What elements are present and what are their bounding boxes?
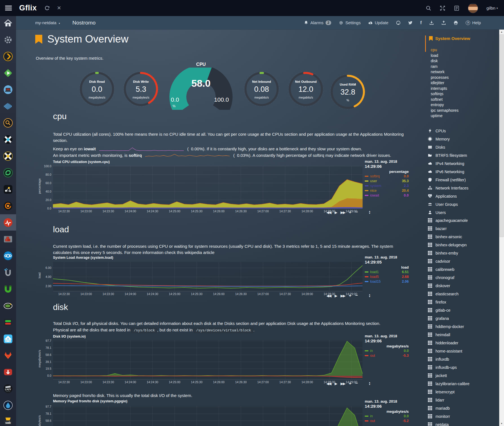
nav-submenu-item[interactable]: network — [431, 69, 459, 75]
page-scrollbar[interactable]: ▲ ▼ — [499, 30, 504, 426]
lazylibrarian-icon[interactable]: LAZYLibrarian — [3, 384, 13, 394]
legend-row[interactable]: in0.0 — [365, 348, 409, 353]
nav-submenu-item[interactable]: disk — [431, 58, 459, 64]
legend-row[interactable]: out-5.3 — [365, 353, 409, 358]
resize-handle[interactable]: ▴▾ — [369, 382, 370, 385]
diskover-search-icon[interactable] — [3, 118, 13, 128]
tautulli-dish-icon[interactable] — [3, 301, 13, 311]
magnet-app-icon[interactable] — [3, 284, 13, 294]
nav-app-item[interactable]: lazylibrarian-calibre — [428, 380, 470, 388]
gauge-cpu[interactable]: CPU 58.0 0.0 100.0 % — [168, 62, 234, 110]
legend-row[interactable]: load152.06 — [365, 279, 409, 284]
nav-app-item[interactable]: gitlab-ce — [428, 306, 470, 314]
legend-row[interactable]: nice20.4 — [365, 188, 409, 193]
nav-submenu-item[interactable]: ipc semaphores — [431, 108, 459, 113]
nav-app-item[interactable]: apacheguacamole — [428, 216, 470, 224]
monitorr-icon[interactable] — [3, 317, 13, 327]
organizr-x-icon[interactable] — [3, 151, 13, 161]
nav-section-disks[interactable]: Disks — [428, 143, 468, 151]
gauge-used-ram[interactable]: Used RAM 32.8 % — [330, 74, 366, 110]
legend-row[interactable]: load52.68 — [365, 274, 409, 279]
nav-section-applications[interactable]: Applications — [428, 192, 468, 200]
nav-section-cpus[interactable]: CPUs — [428, 127, 468, 135]
krusader-icon[interactable] — [3, 234, 13, 244]
legend-row[interactable]: softirq0.0 — [365, 174, 409, 179]
play-button[interactable]: ▶ — [335, 294, 337, 298]
pan-back-button[interactable]: ◀◀ — [326, 210, 331, 215]
changelog-icon[interactable] — [454, 5, 459, 11]
pan-back-button[interactable]: ◀◀ — [326, 382, 331, 386]
chronograf-icon[interactable] — [3, 135, 13, 144]
nav-app-item[interactable]: calibreweb — [428, 265, 470, 273]
legend-row[interactable]: load16.51 — [365, 269, 409, 274]
deluge-icon[interactable] — [3, 400, 13, 410]
nav-app-item[interactable]: binhex-airsonic — [428, 233, 470, 241]
pan-forward-button[interactable]: ▶▶ — [341, 294, 345, 298]
scrollbar-thumb[interactable] — [499, 34, 504, 237]
nav-app-item[interactable]: firefox — [428, 298, 470, 306]
nav-section-memory[interactable]: Memory — [428, 135, 468, 143]
nav-app-item[interactable]: letsencrypt — [428, 388, 470, 396]
play-button[interactable]: ▶ — [335, 210, 337, 215]
cadvisor-icon[interactable] — [3, 168, 13, 178]
nav-app-item[interactable]: binhex-delugevpn — [428, 241, 470, 249]
zoom-in-button[interactable]: + — [349, 293, 352, 298]
nav-submenu-item[interactable]: ram — [431, 64, 459, 70]
zoom-in-button[interactable]: + — [349, 209, 352, 215]
nav-submenu-item[interactable]: cpu — [431, 47, 459, 53]
nav-app-item[interactable]: home-assistant — [428, 347, 470, 355]
settings-gear-icon[interactable] — [3, 35, 13, 45]
nav-section-network-interfaces[interactable]: Network Interfaces — [428, 184, 468, 192]
alarms-button[interactable]: Alarms 2 — [304, 20, 331, 25]
nav-submenu-item[interactable]: softnet — [431, 97, 459, 102]
close-tab-icon[interactable]: × — [57, 5, 63, 11]
nav-app-item[interactable]: heimdall — [428, 331, 470, 339]
nav-app-item[interactable]: chronograf — [428, 273, 470, 282]
nav-submenu-item[interactable]: softirqs — [431, 91, 459, 97]
pan-forward-button[interactable]: ▶▶ — [341, 382, 345, 386]
nav-submenu-item[interactable]: entropy — [431, 102, 459, 108]
cpu-chart-canvas[interactable]: 14:22:3014:23:0014:23:3014:24:0014:24:30… — [41, 165, 365, 215]
iowait-sparkline[interactable] — [99, 147, 184, 151]
gitlab-icon[interactable] — [3, 351, 13, 360]
nav-app-item[interactable]: cadvisor — [428, 257, 470, 265]
import-button[interactable] — [429, 21, 434, 25]
nav-app-item[interactable]: binhex-emby — [428, 249, 470, 257]
plex-icon[interactable] — [3, 52, 13, 61]
youtube-downloader-icon[interactable] — [3, 367, 13, 377]
scroll-up-arrow[interactable]: ▲ — [499, 30, 504, 34]
node-graph-icon[interactable] — [3, 184, 13, 194]
refresh-icon[interactable] — [44, 5, 50, 11]
nav-submenu-item[interactable]: interrupts — [431, 86, 459, 92]
nav-app-item[interactable]: monitorr — [428, 412, 470, 420]
nav-app-item[interactable]: hiddenloader — [428, 339, 470, 347]
facebook-link[interactable]: f — [420, 20, 422, 25]
zoom-out-button[interactable]: − — [355, 381, 358, 386]
legend-row[interactable]: out-5.2 — [365, 418, 409, 423]
nav-section-ipv4[interactable]: IPv4 Networking — [428, 159, 468, 168]
user-avatar[interactable] — [468, 3, 478, 13]
gauge-net-inbound[interactable]: Net Inbound 0.08 megabits/s — [244, 71, 280, 107]
nav-app-item[interactable]: lidarr — [428, 396, 470, 404]
resize-handle[interactable]: ▴▾ — [369, 210, 370, 214]
gauge-net-outbound[interactable]: Net Outbound 12.0 megabits/s — [288, 71, 324, 107]
nav-submenu-item[interactable]: processes — [431, 75, 459, 81]
nav-app-item[interactable]: bazarr — [428, 224, 470, 233]
nav-system-overview[interactable]: System Overview — [429, 36, 470, 41]
nav-app-item[interactable]: influxdb-ups — [428, 363, 470, 371]
nav-app-item[interactable]: mariadb — [428, 404, 470, 412]
nav-submenu-item[interactable]: load — [431, 53, 459, 59]
github-link[interactable] — [396, 21, 401, 25]
settings-button[interactable]: Settings — [339, 20, 361, 25]
disk-chart-canvas[interactable]: 14:22:3014:23:0014:23:3014:24:0014:24:30… — [41, 339, 365, 387]
nav-app-item[interactable]: grafana — [428, 314, 470, 322]
grafana-icon[interactable] — [3, 201, 13, 211]
nav-app-item[interactable]: influxdb — [428, 355, 470, 363]
netdata-icon[interactable] — [3, 218, 13, 228]
nav-section-ipv6[interactable]: IPv6 Networking — [428, 168, 468, 176]
pgpgio-chart-canvas[interactable]: 14:22:3014:23:0014:23:3014:24:0014:24:30… — [41, 405, 365, 426]
zoom-out-button[interactable]: − — [355, 293, 358, 298]
legend-row[interactable]: iowait0.0 — [365, 193, 409, 198]
nextcloud-icon[interactable] — [3, 251, 13, 261]
pan-forward-button[interactable]: ▶▶ — [341, 210, 345, 215]
